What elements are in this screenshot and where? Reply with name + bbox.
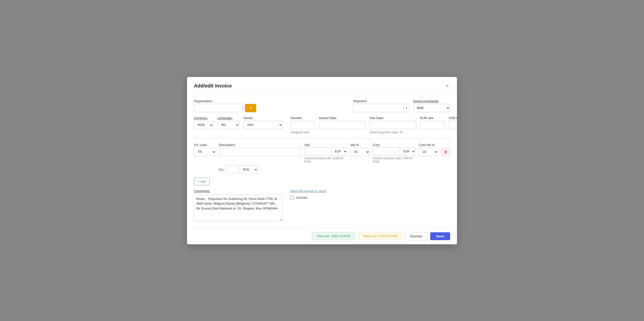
currency-label[interactable]: Currency:	[194, 116, 214, 120]
organisation-label: Organisation:	[194, 99, 256, 103]
due-date-label: Due Date:	[370, 116, 416, 120]
qty-row: Qty: 1 BUC.KGL	[218, 165, 450, 174]
cost-input[interactable]: 350.00	[373, 147, 400, 156]
send-section: Send this invoice to client Activate	[290, 189, 326, 200]
add-line-button[interactable]: + Add	[194, 178, 210, 185]
description-group: Description: Transport rutier	[219, 143, 302, 156]
cost-vat-group: Cost Vat %: 05919	[419, 143, 438, 156]
due-date-group: Due Date: 2020-10-28 Default payment day…	[370, 116, 416, 134]
invoice-exchange-select[interactable]: BNR ECB Fixed	[413, 104, 450, 112]
delete-line-button[interactable]: 🗑	[441, 148, 450, 156]
usd-rate-input[interactable]: 4.1828	[449, 121, 457, 129]
due-date-hint: Default payment days: 30	[370, 131, 416, 134]
cost-currency-select[interactable]: EURRONUSD	[400, 147, 416, 156]
language-select[interactable]: ROENDE	[218, 121, 240, 129]
line-items-section: Ch. code: TRSPDV Description: Transport …	[194, 143, 450, 185]
comments-area: Comments: <span class="bold-text">Route:…	[194, 189, 282, 222]
modal-header: Add/edit invoice ×	[187, 77, 457, 93]
shipment-combo[interactable]: 42IO322 × ▾	[353, 104, 409, 112]
sell-label: Sell:	[304, 143, 347, 147]
add-edit-invoice-modal: Add/edit invoice × Organisation: STARGIF…	[187, 77, 457, 244]
ch-code-label: Ch. code:	[194, 143, 216, 147]
invoice-exchange-label[interactable]: Invoice exchange:	[413, 99, 450, 103]
currency-select[interactable]: RONEURUSD	[194, 121, 214, 129]
cost-vat-label: Cost Vat %:	[419, 143, 438, 147]
modal-body: Organisation: STARGIFT SRL × ▾ + Shipmen…	[187, 93, 457, 228]
qty-input[interactable]: 1	[226, 165, 238, 174]
shipment-label: Shipment:	[353, 99, 409, 103]
qty-label: Qty:	[218, 167, 224, 171]
series-label: Series:	[244, 116, 283, 120]
issued-date-input[interactable]: 2020-09-28	[319, 121, 366, 129]
ch-code-group: Ch. code: TRSPDV	[194, 143, 216, 156]
cost-label: Cost:	[373, 143, 416, 147]
organisation-input[interactable]: STARGIFT SRL	[196, 104, 242, 112]
organisation-combo[interactable]: STARGIFT SRL × ▾	[194, 104, 243, 112]
issued-date-group: Issued Date: 2020-09-28	[319, 116, 366, 129]
language-label[interactable]: Language:	[218, 116, 240, 120]
eur-rate-group: EUR rate: 4.8705	[420, 116, 445, 129]
vat-select[interactable]: 05919	[350, 148, 370, 156]
total-cost-badge: Total cost: 1704.67 RON	[358, 232, 402, 240]
save-button[interactable]: Save	[430, 232, 450, 240]
number-hint: Assigned auto	[290, 131, 315, 134]
shipment-chevron-icon[interactable]: ▾	[406, 106, 407, 110]
comments-label[interactable]: Comments:	[194, 189, 282, 193]
modal-overlay: Add/edit invoice × Organisation: STARGIF…	[0, 0, 644, 321]
vat-label: Vat %:	[350, 143, 370, 147]
line-item-row: Ch. code: TRSPDV Description: Transport …	[194, 143, 450, 163]
send-invoice-button[interactable]: Send this invoice to client	[290, 189, 326, 193]
cost-currency-hint: Invoice currency cost: 1704.67 RON	[373, 157, 416, 163]
invoice-exchange-group: Invoice exchange: BNR ECB Fixed	[413, 99, 450, 112]
organisation-group: Organisation: STARGIFT SRL × ▾ +	[194, 99, 256, 112]
series-select[interactable]: APAAPBAPC	[244, 121, 283, 129]
sell-input[interactable]: 470.00	[304, 147, 331, 156]
ch-code-select[interactable]: TRSPDV	[194, 148, 216, 156]
activate-label: Activate	[296, 196, 307, 199]
shipment-clear-icon[interactable]: ×	[403, 106, 405, 110]
currency-row: Currency: RONEURUSD Language: ROENDE Ser…	[194, 116, 450, 134]
section-divider	[194, 138, 450, 138]
usd-rate-label: USD rate:	[449, 116, 457, 120]
add-organisation-button[interactable]: +	[245, 104, 256, 112]
number-input[interactable]	[290, 121, 315, 129]
shipment-input[interactable]: 42IO322	[355, 104, 403, 112]
cost-vat-select[interactable]: 05919	[419, 148, 438, 156]
number-group: Number: Assigned auto	[290, 116, 315, 134]
eur-rate-label: EUR rate:	[420, 116, 445, 120]
usd-rate-group: USD rate: 4.1828	[449, 116, 457, 129]
total-sell-badge: Total sell: 2289.13 RON	[312, 232, 355, 240]
sell-group: Sell: 470.00 EURRONUSD Invoice currency …	[304, 143, 347, 163]
series-group: Series: APAAPBAPC	[244, 116, 283, 129]
due-date-input[interactable]: 2020-10-28	[370, 121, 416, 129]
shipment-group: Shipment: 42IO322 × ▾	[353, 99, 409, 112]
sell-currency-hint: Invoice currency sell: 2289.13 RON	[304, 157, 347, 163]
sell-currency-select[interactable]: EURRONUSD	[331, 147, 347, 156]
language-group: Language: ROENDE	[218, 116, 240, 129]
cost-group: Cost: 350.00 EURRONUSD Invoice currency …	[373, 143, 416, 163]
close-button[interactable]: ×	[444, 83, 450, 89]
organisation-clear-icon[interactable]: ×	[242, 106, 244, 110]
top-fields-row: Organisation: STARGIFT SRL × ▾ + Shipmen…	[194, 99, 450, 112]
description-input[interactable]: Transport rutier	[219, 148, 302, 156]
qty-unit-select[interactable]: BUC.KGL	[240, 165, 258, 174]
activate-checkbox[interactable]	[290, 196, 294, 200]
vat-group: Vat %: 05919	[350, 143, 370, 156]
eur-rate-input[interactable]: 4.8705	[420, 121, 445, 129]
modal-footer: Total sell: 2289.13 RON Total cost: 1704…	[187, 228, 457, 244]
delete-group: x 🗑	[441, 143, 450, 156]
issued-date-label: Issued Date:	[319, 116, 366, 120]
comments-section: Comments: <span class="bold-text">Route:…	[194, 189, 450, 222]
activate-row: Activate	[290, 196, 326, 200]
currency-group: Currency: RONEURUSD	[194, 116, 214, 129]
dismiss-button[interactable]: Dismiss	[405, 232, 427, 240]
comments-textarea[interactable]: <span class="bold-text">Route:</span> , …	[194, 194, 282, 221]
number-label: Number:	[290, 116, 315, 120]
description-label: Description:	[219, 143, 302, 147]
modal-title: Add/edit invoice	[194, 83, 232, 89]
